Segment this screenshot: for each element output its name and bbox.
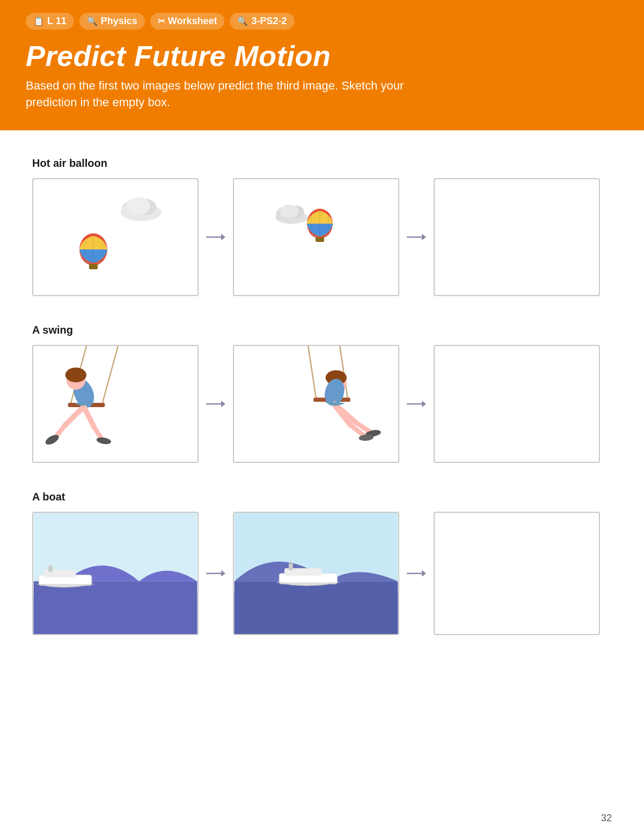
tag-standard[interactable]: 🔍 3-PS2-2 bbox=[230, 13, 294, 30]
arrow-5 bbox=[199, 567, 233, 580]
physics-icon: 🔍 bbox=[87, 16, 98, 26]
arrow6-svg bbox=[407, 567, 426, 580]
boat-frame-1 bbox=[32, 512, 199, 635]
main-content: Hot air balloon bbox=[0, 130, 644, 695]
svg-marker-67 bbox=[422, 570, 426, 577]
lesson-icon: 📋 bbox=[33, 16, 44, 26]
page-number: 32 bbox=[601, 813, 612, 824]
section-balloon: Hot air balloon bbox=[32, 157, 612, 296]
arrow5-svg bbox=[206, 567, 225, 580]
balloon2-balloon bbox=[304, 209, 336, 246]
tag-worksheet[interactable]: ✂ Worksheet bbox=[150, 13, 225, 30]
balloon-frame-1 bbox=[32, 178, 199, 296]
page-title: Predict Future Motion bbox=[26, 39, 618, 72]
page-header: 📋 L 11 🔍 Physics ✂ Worksheet 🔍 3-PS2-2 P… bbox=[0, 0, 644, 130]
svg-line-27 bbox=[102, 346, 118, 404]
boat-frame-2 bbox=[233, 512, 399, 635]
svg-rect-8 bbox=[89, 264, 98, 269]
svg-line-40 bbox=[308, 346, 316, 399]
balloon1-cloud bbox=[117, 195, 165, 222]
section-boat: A boat bbox=[32, 491, 612, 635]
arrow2-svg bbox=[407, 231, 426, 244]
swing-frame-3[interactable] bbox=[434, 345, 600, 463]
swing2-svg bbox=[234, 346, 398, 462]
tag-standard-label: 3-PS2-2 bbox=[251, 16, 287, 27]
standard-icon: 🔍 bbox=[237, 16, 248, 26]
swing-frame-1 bbox=[32, 345, 199, 463]
balloon-frame-3[interactable] bbox=[434, 178, 600, 296]
swing-frames-row bbox=[32, 345, 612, 463]
tag-lesson[interactable]: 📋 L 11 bbox=[26, 13, 74, 30]
svg-rect-21 bbox=[316, 237, 324, 242]
balloon1-svg bbox=[76, 233, 111, 276]
svg-marker-53 bbox=[422, 401, 426, 407]
svg-point-3 bbox=[127, 197, 150, 215]
balloon-frames-row bbox=[32, 178, 612, 296]
svg-rect-65 bbox=[289, 563, 293, 570]
balloon-frame-2 bbox=[233, 178, 399, 296]
svg-line-32 bbox=[65, 407, 84, 425]
tag-worksheet-label: Worksheet bbox=[168, 16, 217, 27]
boat1-svg bbox=[33, 513, 197, 634]
section-swing-label: A swing bbox=[32, 324, 612, 336]
boat-frame-3[interactable] bbox=[434, 512, 600, 635]
arrow-4 bbox=[399, 397, 434, 410]
swing1-svg bbox=[33, 346, 197, 462]
balloon2-svg bbox=[304, 209, 336, 249]
svg-marker-12 bbox=[221, 234, 225, 240]
arrow4-svg bbox=[407, 397, 426, 410]
page-subtitle: Based on the first two images below pred… bbox=[26, 78, 428, 111]
svg-marker-39 bbox=[221, 401, 225, 407]
tag-physics-label: Physics bbox=[101, 16, 137, 27]
swing-frame-2 bbox=[233, 345, 399, 463]
svg-point-16 bbox=[280, 204, 299, 218]
arrow3-svg bbox=[206, 397, 225, 410]
arrow-1 bbox=[199, 231, 233, 244]
svg-point-31 bbox=[65, 367, 86, 382]
section-swing: A swing bbox=[32, 324, 612, 463]
svg-line-35 bbox=[84, 407, 94, 428]
section-balloon-label: Hot air balloon bbox=[32, 157, 612, 170]
svg-marker-60 bbox=[221, 570, 225, 577]
svg-rect-58 bbox=[48, 565, 53, 572]
arrow-6 bbox=[399, 567, 434, 580]
tag-bar: 📋 L 11 🔍 Physics ✂ Worksheet 🔍 3-PS2-2 bbox=[26, 13, 618, 30]
arrow-3 bbox=[199, 397, 233, 410]
arrow-2 bbox=[399, 231, 434, 244]
tag-physics[interactable]: 🔍 Physics bbox=[79, 13, 145, 30]
worksheet-icon: ✂ bbox=[158, 16, 165, 26]
boat2-svg bbox=[234, 513, 398, 634]
section-boat-label: A boat bbox=[32, 491, 612, 503]
boat-frames-row bbox=[32, 512, 612, 635]
cloud1-svg bbox=[117, 195, 165, 222]
tag-lesson-label: L 11 bbox=[47, 16, 67, 27]
svg-marker-25 bbox=[422, 234, 426, 240]
balloon1-balloon bbox=[76, 233, 111, 274]
arrow1-svg bbox=[206, 231, 225, 244]
